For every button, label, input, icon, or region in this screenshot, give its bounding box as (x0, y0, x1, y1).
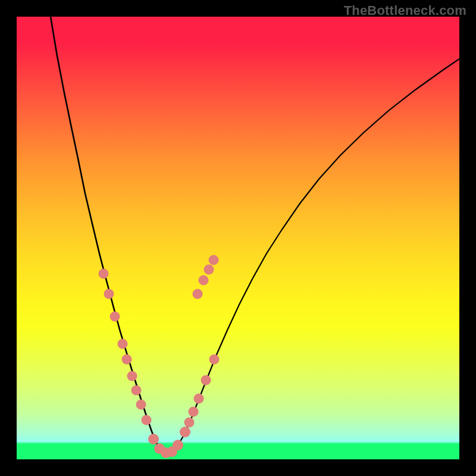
data-dot (201, 375, 211, 386)
data-dot (110, 312, 120, 322)
data-dot (180, 427, 190, 437)
data-dot (122, 355, 132, 365)
data-dot (189, 407, 199, 417)
data-dot (184, 418, 195, 428)
curve-left (51, 17, 165, 453)
data-dot (127, 371, 137, 381)
curve-right (165, 59, 459, 453)
data-dot (209, 255, 219, 265)
data-dot (118, 339, 128, 349)
data-dot (131, 386, 142, 396)
data-dot (193, 289, 203, 299)
data-dot (99, 269, 109, 279)
chart-plot-area (17, 17, 459, 459)
data-dot (148, 434, 159, 444)
data-dot (104, 289, 114, 299)
data-dot (209, 355, 220, 365)
data-dot (204, 265, 214, 275)
data-dots (99, 255, 220, 459)
data-dot (199, 275, 209, 286)
data-dot (194, 394, 204, 404)
chart-svg (17, 17, 459, 459)
data-dot (136, 400, 146, 410)
data-dot (142, 415, 152, 425)
data-dot (173, 440, 183, 450)
